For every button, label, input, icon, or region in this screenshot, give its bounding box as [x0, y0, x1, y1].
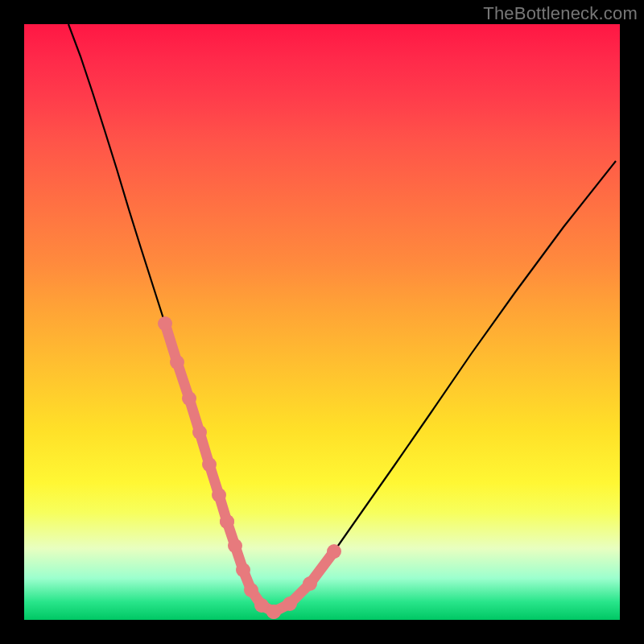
chart-svg — [24, 24, 620, 620]
marker-dot — [202, 457, 217, 472]
highlight-markers — [158, 316, 341, 619]
marker-dot — [220, 514, 234, 529]
marker-dot — [283, 597, 297, 611]
marker-segment — [227, 522, 274, 612]
marker-dot — [192, 425, 207, 440]
marker-dot — [236, 563, 250, 577]
marker-dot — [212, 488, 226, 502]
bottleneck-curve — [68, 24, 616, 612]
marker-dot — [170, 355, 184, 369]
marker-dot — [327, 544, 341, 559]
chart-area — [24, 24, 620, 620]
marker-dot — [303, 576, 317, 591]
marker-dot — [182, 391, 196, 406]
marker-dot — [244, 583, 258, 597]
watermark-text: TheBottleneck.com — [483, 3, 638, 24]
marker-dot — [158, 316, 172, 331]
marker-dot — [228, 539, 242, 553]
marker-dot — [266, 605, 281, 619]
